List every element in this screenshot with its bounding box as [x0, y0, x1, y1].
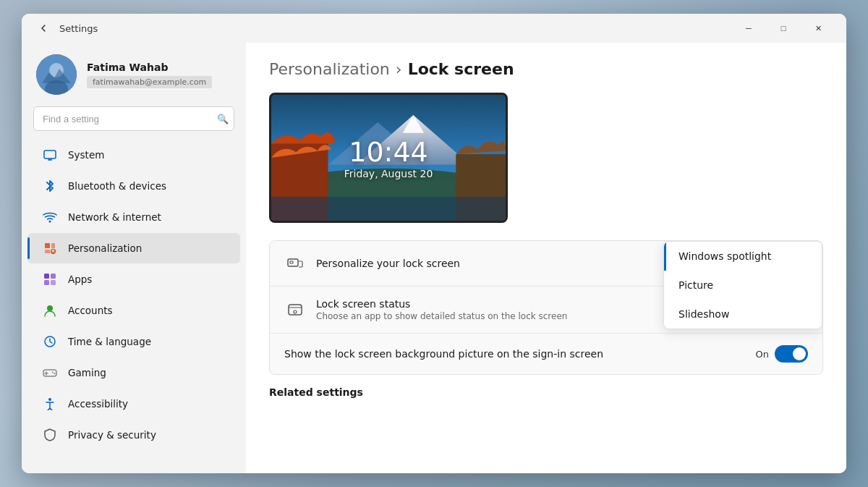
sidebar-nav: System Bluetooth & devices — [22, 140, 246, 450]
close-button[interactable]: ✕ — [801, 17, 835, 40]
gaming-icon — [42, 365, 58, 381]
related-settings-title: Related settings — [269, 386, 823, 398]
search-input[interactable] — [33, 106, 234, 131]
back-button[interactable] — [33, 18, 54, 38]
settings-window: Settings ─ □ ✕ — [22, 14, 846, 473]
svg-point-6 — [49, 221, 51, 223]
svg-rect-13 — [44, 280, 49, 285]
breadcrumb-separator: › — [396, 60, 402, 78]
background-text: Show the lock screen background picture … — [284, 348, 746, 360]
background-toggle[interactable] — [775, 345, 808, 363]
breadcrumb-current: Lock screen — [408, 60, 514, 78]
sidebar: Fatima Wahab fatimawahab@example.com 🔍 — [22, 43, 246, 473]
sidebar-item-label: Apps — [68, 274, 92, 285]
user-name: Fatima Wahab — [87, 62, 212, 73]
maximize-button[interactable]: □ — [767, 17, 800, 40]
sidebar-item-label: System — [68, 149, 104, 161]
svg-point-22 — [48, 398, 51, 401]
sidebar-item-network[interactable]: Network & internet — [27, 202, 240, 232]
sidebar-item-label: Privacy & security — [68, 429, 156, 441]
svg-rect-12 — [51, 274, 56, 279]
sidebar-item-label: Gaming — [68, 367, 106, 378]
lockscreen-time: 10:44 — [349, 136, 428, 168]
bluetooth-icon — [42, 178, 58, 194]
sidebar-item-time[interactable]: Time & language — [27, 326, 240, 357]
settings-section: Personalize your lock screen Windows spo… — [269, 240, 823, 375]
dropdown-item-label: Windows spotlight — [678, 250, 771, 262]
sidebar-item-label: Accounts — [68, 305, 113, 316]
lockscreen-preview: 10:44 Friday, August 20 — [269, 93, 508, 223]
svg-point-21 — [54, 373, 56, 374]
svg-point-34 — [294, 310, 297, 313]
background-row: Show the lock screen background picture … — [270, 334, 822, 374]
personalization-icon — [42, 240, 58, 256]
svg-rect-7 — [45, 243, 50, 248]
user-info: Fatima Wahab fatimawahab@example.com — [87, 62, 212, 88]
sidebar-item-label: Network & internet — [68, 211, 161, 223]
sidebar-item-label: Bluetooth & devices — [68, 180, 166, 192]
accounts-icon — [42, 302, 58, 318]
apps-icon — [42, 271, 58, 287]
privacy-icon — [42, 427, 58, 443]
svg-rect-3 — [44, 151, 56, 158]
breadcrumb-parent: Personalization — [269, 60, 390, 78]
sidebar-item-personalization[interactable]: Personalization — [27, 233, 240, 263]
user-section: Fatima Wahab fatimawahab@example.com — [22, 43, 246, 103]
background-control: On — [756, 345, 808, 363]
svg-rect-32 — [290, 261, 293, 263]
breadcrumb: Personalization › Lock screen — [269, 60, 823, 78]
search-box: 🔍 — [33, 106, 234, 131]
network-icon — [42, 209, 58, 225]
svg-rect-9 — [51, 243, 55, 248]
dropdown-item-slideshow[interactable]: Slideshow — [664, 300, 822, 329]
sidebar-item-label: Personalization — [68, 242, 142, 254]
dropdown-item-label: Picture — [678, 279, 713, 291]
sidebar-item-privacy[interactable]: Privacy & security — [27, 420, 240, 450]
lockscreen-overlay: 10:44 Friday, August 20 — [271, 95, 506, 221]
personalize-row[interactable]: Personalize your lock screen Windows spo… — [270, 241, 822, 287]
sidebar-item-system[interactable]: System — [27, 140, 240, 170]
sidebar-item-label: Accessibility — [68, 398, 128, 410]
sidebar-item-apps[interactable]: Apps — [27, 264, 240, 295]
sidebar-item-bluetooth[interactable]: Bluetooth & devices — [27, 171, 240, 201]
time-icon — [42, 334, 58, 350]
sidebar-item-accounts[interactable]: Accounts — [27, 295, 240, 326]
lock-status-icon — [284, 299, 306, 321]
lock-personalize-icon — [284, 253, 306, 274]
toggle-label: On — [756, 349, 769, 360]
sidebar-item-gaming[interactable]: Gaming — [27, 357, 240, 388]
user-email: fatimawahab@example.com — [87, 76, 212, 88]
avatar — [36, 54, 77, 95]
accessibility-icon — [42, 396, 58, 412]
dropdown-item-spotlight[interactable]: Windows spotlight — [664, 242, 822, 271]
sidebar-item-accessibility[interactable]: Accessibility — [27, 389, 240, 419]
system-icon — [42, 147, 58, 163]
titlebar: Settings ─ □ ✕ — [22, 14, 846, 43]
personalize-dropdown[interactable]: Windows spotlight Picture Slideshow — [663, 241, 822, 329]
window-title: Settings — [59, 23, 732, 34]
svg-rect-8 — [45, 250, 50, 253]
dropdown-item-label: Slideshow — [678, 308, 729, 320]
svg-rect-14 — [51, 280, 56, 285]
minimize-button[interactable]: ─ — [732, 17, 765, 40]
window-controls: ─ □ ✕ — [732, 17, 835, 40]
svg-point-20 — [52, 372, 54, 373]
svg-rect-11 — [44, 274, 49, 279]
content-area: Personalization › Lock screen — [246, 43, 846, 473]
dropdown-item-picture[interactable]: Picture — [664, 271, 822, 300]
svg-point-15 — [47, 305, 53, 311]
sidebar-item-label: Time & language — [68, 336, 151, 347]
background-title: Show the lock screen background picture … — [284, 348, 746, 360]
main-area: Fatima Wahab fatimawahab@example.com 🔍 — [22, 43, 846, 473]
lockscreen-date: Friday, August 20 — [344, 168, 433, 179]
